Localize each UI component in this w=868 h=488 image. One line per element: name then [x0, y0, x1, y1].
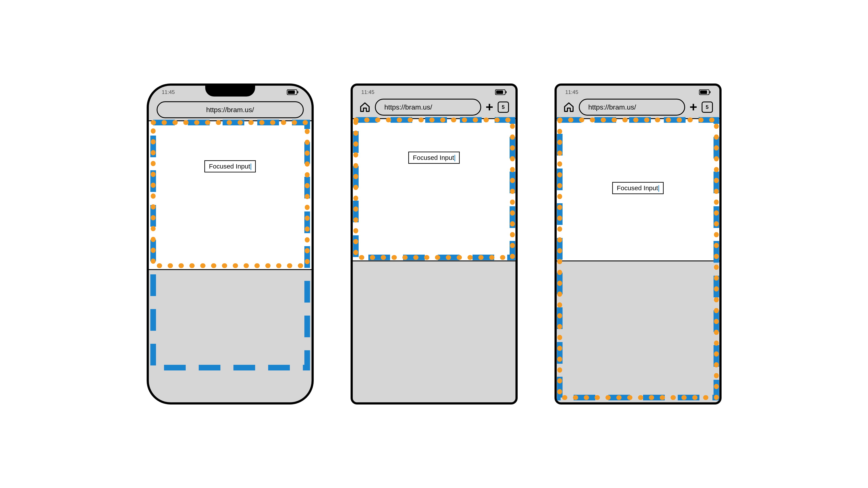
text-caret — [251, 164, 251, 170]
text-caret — [658, 185, 659, 192]
input-value: Focused Input — [413, 154, 454, 161]
tab-count-button[interactable]: 5 — [498, 101, 509, 113]
device-android-overlay: 11:45 https://bram.us/ + 5 Focused Input — [555, 84, 721, 404]
input-value: Focused Input — [209, 163, 250, 170]
new-tab-icon[interactable]: + — [689, 101, 697, 113]
focused-input[interactable]: Focused Input — [612, 182, 664, 194]
status-bar: 11:45 — [353, 86, 516, 99]
svg-rect-11 — [700, 91, 707, 94]
device-ios: 11:45 https://bram.us/ Focused Input — [147, 84, 314, 404]
address-bar-row: https://bram.us/ + 5 — [353, 99, 516, 116]
svg-rect-12 — [710, 91, 711, 93]
url-field[interactable]: https://bram.us/ — [157, 101, 304, 118]
tab-count-button[interactable]: 5 — [702, 101, 713, 113]
url-field[interactable]: https://bram.us/ — [579, 99, 685, 116]
url-field[interactable]: https://bram.us/ — [375, 99, 482, 116]
svg-rect-6 — [496, 91, 503, 94]
battery-icon — [699, 89, 711, 95]
status-time: 11:45 — [162, 89, 175, 95]
status-time: 11:45 — [565, 89, 578, 95]
focused-input[interactable]: Focused Input — [408, 152, 460, 164]
tab-count-value: 5 — [502, 104, 505, 110]
status-bar: 11:45 — [557, 86, 719, 99]
url-text: https://bram.us/ — [588, 103, 636, 111]
status-time: 11:45 — [362, 89, 374, 95]
url-text: https://bram.us/ — [384, 103, 432, 111]
address-bar-row: https://bram.us/ — [149, 101, 312, 118]
home-icon[interactable] — [563, 101, 575, 113]
new-tab-icon[interactable]: + — [486, 101, 493, 113]
tab-count-value: 5 — [706, 104, 709, 110]
diagram-stage: 11:45 https://bram.us/ Focused Input — [147, 84, 721, 404]
text-caret — [455, 155, 455, 161]
device-android-resize: 11:45 https://bram.us/ + 5 Focused Input — [350, 84, 518, 404]
url-text: https://bram.us/ — [206, 106, 254, 114]
svg-rect-2 — [298, 91, 298, 93]
page-content: Focused Input — [149, 120, 312, 270]
address-bar-row: https://bram.us/ + 5 — [557, 99, 719, 116]
notch — [205, 84, 255, 97]
page-content: Focused Input — [353, 118, 516, 261]
battery-icon — [495, 89, 507, 95]
input-value: Focused Input — [617, 184, 658, 192]
battery-icon — [287, 89, 299, 95]
focused-input[interactable]: Focused Input — [204, 160, 256, 172]
page-content: Focused Input — [557, 118, 719, 261]
home-icon[interactable] — [359, 101, 371, 113]
svg-rect-7 — [506, 91, 506, 93]
svg-rect-1 — [288, 91, 295, 94]
